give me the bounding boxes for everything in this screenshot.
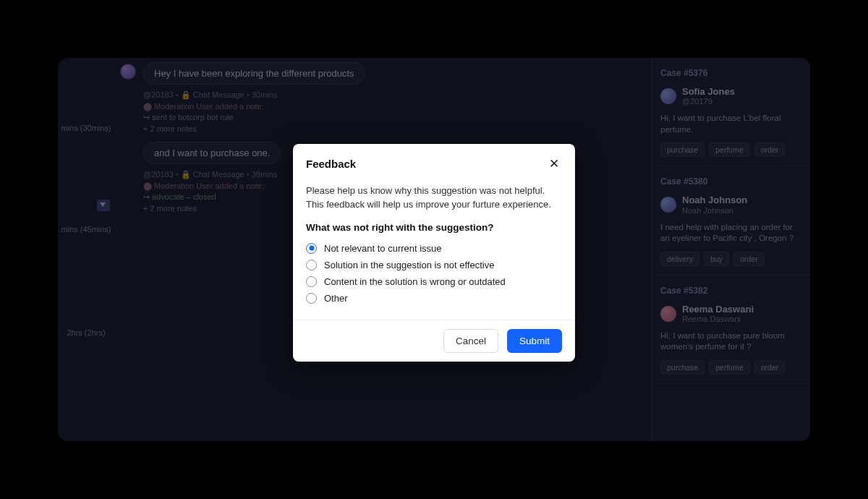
option-label: Solution in the suggestion is not effect…	[324, 260, 494, 270]
option-label: Other	[324, 293, 348, 304]
submit-button[interactable]: Submit	[507, 329, 562, 353]
options-list: Not relevant to current issueSolution in…	[306, 240, 562, 307]
feedback-option[interactable]: Not relevant to current issue	[306, 240, 562, 257]
cancel-button[interactable]: Cancel	[443, 329, 498, 353]
feedback-option[interactable]: Content in the solution is wrong or outd…	[306, 273, 562, 290]
modal-overlay: Feedback ✕ Please help us know why this …	[0, 0, 868, 499]
modal-title: Feedback	[306, 158, 356, 170]
feedback-option[interactable]: Other	[306, 290, 562, 307]
close-icon[interactable]: ✕	[546, 155, 562, 171]
radio-icon	[306, 276, 317, 287]
radio-icon	[306, 293, 317, 304]
modal-question: What was not right with the suggestion?	[306, 222, 562, 233]
option-label: Not relevant to current issue	[324, 243, 442, 254]
modal-description: Please help us know why this suggestion …	[306, 184, 562, 212]
feedback-modal: Feedback ✕ Please help us know why this …	[293, 144, 575, 362]
feedback-option[interactable]: Solution in the suggestion is not effect…	[306, 257, 562, 273]
radio-icon	[306, 260, 317, 270]
radio-icon	[306, 243, 317, 254]
option-label: Content in the solution is wrong or outd…	[324, 276, 506, 287]
